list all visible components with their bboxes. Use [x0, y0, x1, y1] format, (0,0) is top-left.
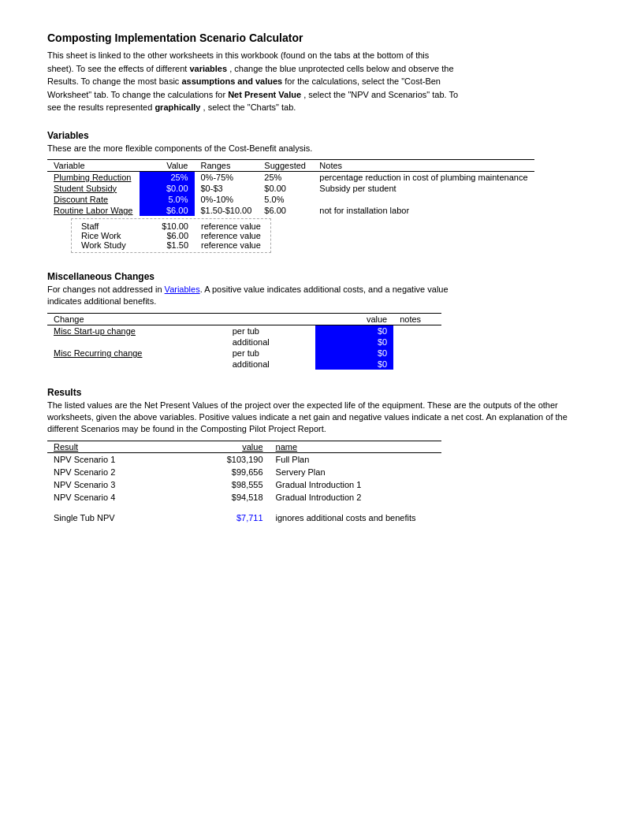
result-value: $98,555	[189, 478, 269, 491]
page-title: Composting Implementation Scenario Calcu…	[47, 32, 597, 44]
result-name: NPV Scenario 4	[47, 491, 189, 504]
result-value: $94,518	[189, 491, 269, 504]
col-ranges: Ranges	[195, 159, 259, 171]
misc-sub1: per tub	[226, 325, 315, 337]
ref-indent: Work Study	[81, 240, 136, 250]
result-scenario-name: Gradual Introduction 1	[270, 478, 441, 491]
single-tub-value: $7,711	[189, 511, 269, 524]
misc-col-sub	[226, 313, 315, 325]
single-tub-note: ignores additional costs and benefits	[270, 511, 441, 524]
var-value[interactable]: $6.00	[140, 205, 195, 216]
misc-change-name: Misc Recurring change	[47, 348, 226, 359]
misc-change-empty	[47, 359, 226, 370]
misc-col-change: Change	[47, 313, 226, 325]
result-name: NPV Scenario 3	[47, 478, 189, 491]
misc-table-subrow: additional $0	[47, 359, 441, 370]
result-name: NPV Scenario 2	[47, 466, 189, 478]
ref-row: Work Study$1.50reference value	[81, 240, 261, 250]
var-name: Routine Labor Wage	[47, 205, 140, 216]
ref-value: $10.00	[149, 221, 188, 231]
misc-section-title: Miscellaneous Changes	[47, 271, 597, 282]
col-suggested: Suggested	[258, 159, 313, 171]
var-notes: Subsidy per student	[313, 183, 534, 194]
variables-table: Variable Value Ranges Suggested Notes Pl…	[47, 159, 534, 254]
var-value[interactable]: 5.0%	[140, 194, 195, 205]
variables-table-row: Discount Rate 5.0% 0%-10% 5.0%	[47, 194, 534, 205]
var-suggested: $6.00	[258, 205, 313, 216]
ref-row: Staff$10.00reference value	[81, 221, 261, 231]
ref-label: reference value	[201, 221, 261, 231]
results-col-name: name	[270, 441, 441, 452]
misc-sub2: additional	[226, 337, 315, 348]
var-value[interactable]: 25%	[140, 171, 195, 183]
misc-table: Change value notes Misc Start-up change …	[47, 313, 441, 370]
results-table-row: NPV Scenario 2 $99,656 Servery Plan	[47, 466, 441, 478]
var-notes: not for installation labor	[313, 205, 534, 216]
misc-col-notes: notes	[393, 313, 441, 325]
misc-val1[interactable]: $0	[315, 348, 393, 359]
misc-change-name: Misc Start-up change	[47, 325, 226, 337]
variables-ref-row: Staff$10.00reference valueRice Work$6.00…	[47, 216, 534, 254]
variables-section-desc: These are the more flexible components o…	[47, 143, 597, 154]
result-scenario-name: Gradual Introduction 2	[270, 491, 441, 504]
var-ranges: 0%-75%	[195, 171, 259, 183]
col-variable: Variable	[47, 159, 140, 171]
ref-label: reference value	[201, 231, 261, 240]
results-table-row: NPV Scenario 3 $98,555 Gradual Introduct…	[47, 478, 441, 491]
ref-indent: Rice Work	[81, 231, 136, 240]
var-value[interactable]: $0.00	[140, 183, 195, 194]
var-suggested: $0.00	[258, 183, 313, 194]
variables-table-row: Routine Labor Wage $6.00 $1.50-$10.00 $6…	[47, 205, 534, 216]
results-table: Result value name NPV Scenario 1 $103,19…	[47, 441, 441, 524]
ref-label: reference value	[201, 240, 261, 250]
result-value: $99,656	[189, 466, 269, 478]
misc-notes2	[393, 337, 441, 348]
results-section-desc: The listed values are the Net Present Va…	[47, 400, 597, 436]
single-tub-label: Single Tub NPV	[47, 511, 189, 524]
misc-sub2: additional	[226, 359, 315, 370]
ref-value: $1.50	[149, 240, 188, 250]
misc-notes	[393, 325, 441, 337]
var-suggested: 5.0%	[258, 194, 313, 205]
misc-val1[interactable]: $0	[315, 325, 393, 337]
results-section-title: Results	[47, 387, 597, 398]
misc-val2[interactable]: $0	[315, 337, 393, 348]
misc-notes2	[393, 359, 441, 370]
single-tub-row: Single Tub NPV $7,711 ignores additional…	[47, 511, 441, 524]
ref-indent: Staff	[81, 221, 136, 231]
var-ranges: $1.50-$10.00	[195, 205, 259, 216]
variables-table-row: Plumbing Reduction 25% 0%-75% 25% percen…	[47, 171, 534, 183]
misc-table-subrow: additional $0	[47, 337, 441, 348]
var-ranges: $0-$3	[195, 183, 259, 194]
misc-table-row: Misc Recurring change per tub $0	[47, 348, 441, 359]
ref-value: $6.00	[149, 231, 188, 240]
misc-val2[interactable]: $0	[315, 359, 393, 370]
misc-section-desc: For changes not addressed in Variables. …	[47, 284, 597, 308]
var-ranges: 0%-10%	[195, 194, 259, 205]
result-scenario-name: Full Plan	[270, 452, 441, 466]
misc-change-empty	[47, 337, 226, 348]
intro-text: This sheet is linked to the other worksh…	[47, 49, 597, 114]
ref-row: Rice Work$6.00reference value	[81, 231, 261, 240]
variables-section-title: Variables	[47, 130, 597, 141]
misc-notes	[393, 348, 441, 359]
var-notes	[313, 194, 534, 205]
col-notes: Notes	[313, 159, 534, 171]
var-suggested: 25%	[258, 171, 313, 183]
variables-table-row: Student Subsidy $0.00 $0-$3 $0.00 Subsid…	[47, 183, 534, 194]
var-name: Discount Rate	[47, 194, 140, 205]
col-value: Value	[140, 159, 195, 171]
results-col-result: Result	[47, 441, 189, 452]
var-name: Plumbing Reduction	[47, 171, 140, 183]
result-scenario-name: Servery Plan	[270, 466, 441, 478]
misc-sub1: per tub	[226, 348, 315, 359]
result-value: $103,190	[189, 452, 269, 466]
misc-table-row: Misc Start-up change per tub $0	[47, 325, 441, 337]
results-col-value: value	[189, 441, 269, 452]
result-name: NPV Scenario 1	[47, 452, 189, 466]
var-notes: percentage reduction in cost of plumbing…	[313, 171, 534, 183]
var-name: Student Subsidy	[47, 183, 140, 194]
results-table-row: NPV Scenario 4 $94,518 Gradual Introduct…	[47, 491, 441, 504]
misc-col-value: value	[315, 313, 393, 325]
results-table-row: NPV Scenario 1 $103,190 Full Plan	[47, 452, 441, 466]
